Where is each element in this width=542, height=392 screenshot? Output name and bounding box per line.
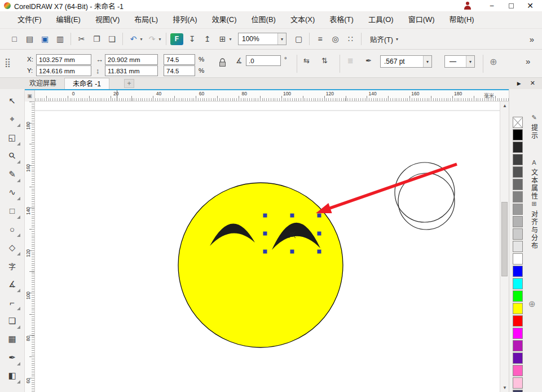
menu-item[interactable]: 位图(B) — [244, 11, 283, 28]
fullscreen-preview-icon[interactable]: ▢ — [291, 32, 306, 46]
show-rulers-icon[interactable]: ≡ — [312, 32, 328, 46]
save-icon[interactable]: ▣ — [37, 32, 52, 46]
export-icon[interactable]: ↥ — [200, 32, 215, 46]
menu-item[interactable]: 文本(X) — [283, 11, 322, 28]
toolbar-overflow-icon[interactable]: » — [530, 34, 542, 44]
new-document-icon[interactable]: □ — [7, 32, 22, 46]
vertical-scrollbar[interactable]: ▲ ▼ — [500, 102, 509, 392]
color-swatch[interactable] — [513, 129, 523, 140]
menu-item[interactable]: 编辑(E) — [49, 11, 88, 28]
scale-x-field[interactable] — [164, 54, 195, 65]
artistic-media-tool[interactable]: ∿ — [4, 184, 21, 201]
menu-item[interactable]: 窗口(W) — [401, 11, 442, 28]
add-property-icon[interactable]: ⊕ — [490, 56, 497, 67]
menu-item[interactable]: 布局(L) — [127, 11, 165, 28]
tab-welcome[interactable]: 欢迎屏幕 — [21, 78, 64, 89]
scale-y-field[interactable] — [164, 65, 195, 76]
color-swatch[interactable] — [513, 216, 523, 227]
menu-item[interactable]: 帮助(H) — [442, 11, 482, 28]
color-swatch[interactable] — [513, 191, 523, 202]
dock-tab-align-distribute[interactable]: ⊞ 对齐与分布 — [530, 200, 539, 250]
color-swatch[interactable] — [513, 204, 523, 215]
redo-dropdown-icon[interactable]: ▾ — [157, 32, 163, 46]
color-swatch[interactable] — [513, 290, 523, 302]
outline-width-select[interactable]: .567 pt ▾ — [380, 55, 432, 68]
close-document-icon[interactable]: ✕ — [530, 80, 535, 87]
scroll-up-icon[interactable]: ▲ — [500, 102, 509, 110]
color-swatch[interactable] — [513, 117, 523, 128]
x-position-field[interactable] — [36, 54, 91, 65]
mirror-horizontal-icon[interactable]: ⇆ — [303, 56, 310, 65]
cut-icon[interactable]: ✂ — [74, 32, 89, 46]
maximize-button[interactable] — [503, 3, 519, 8]
undo-dropdown-icon[interactable]: ▾ — [138, 32, 144, 46]
pick-tool[interactable]: ↖ — [4, 93, 21, 109]
zoom-level-select[interactable]: 100% ▾ — [238, 33, 287, 45]
print-icon[interactable]: ▥ — [52, 32, 68, 46]
ellipse-tool[interactable]: ○ — [4, 221, 21, 237]
object-width-field[interactable] — [105, 54, 158, 65]
zoom-tool[interactable]: ⚲ — [4, 147, 21, 164]
color-swatch[interactable] — [513, 340, 523, 351]
tab-untitled-1[interactable]: 未命名 -1 — [64, 78, 109, 89]
color-eyedropper-tool[interactable]: ✒ — [4, 349, 21, 366]
drawing-canvas[interactable] — [35, 102, 500, 392]
color-swatch[interactable] — [513, 353, 523, 364]
smiley-face-circle[interactable] — [178, 183, 343, 347]
color-swatch[interactable] — [513, 179, 523, 190]
scroll-down-icon[interactable]: ▼ — [500, 384, 509, 392]
color-swatch[interactable] — [513, 228, 523, 240]
dock-tab-hints[interactable]: ✎ 提示 — [530, 114, 539, 140]
color-swatch[interactable] — [513, 266, 523, 277]
color-swatch[interactable] — [513, 142, 523, 153]
menu-item[interactable]: 排列(A) — [165, 11, 204, 28]
shape-tool[interactable]: ⌖ — [4, 111, 21, 127]
tab-scroll-icon[interactable]: ▶ — [517, 81, 521, 86]
vertical-ruler[interactable]: 1801601401201008060 — [25, 102, 35, 392]
source-circle-outlines[interactable] — [395, 162, 455, 230]
color-swatch[interactable] — [513, 154, 523, 165]
launch-app-icon[interactable]: F — [170, 33, 183, 45]
account-icon[interactable] — [464, 2, 472, 10]
dimension-tool[interactable]: ∡ — [4, 276, 21, 293]
horizontal-ruler[interactable]: ▣ 020406080100120140160180 毫米 — [25, 90, 509, 102]
menu-item[interactable]: 效果(C) — [205, 11, 244, 28]
menu-item[interactable]: 工具(O) — [361, 11, 401, 28]
app-launcher-dropdown-icon[interactable]: ▾ — [227, 32, 233, 46]
polygon-tool[interactable]: ◇ — [4, 239, 21, 256]
chevron-down-icon[interactable]: ▾ — [277, 33, 286, 45]
color-swatch[interactable] — [513, 315, 523, 327]
color-swatch[interactable] — [513, 253, 523, 265]
dock-tab-text-properties[interactable]: A 文本属性 — [530, 159, 539, 200]
nudge-grid-icon[interactable]: ⣿ — [5, 58, 11, 68]
lock-ratio-icon[interactable] — [219, 58, 226, 67]
minimize-button[interactable]: – — [484, 0, 500, 11]
scrollbar-thumb[interactable] — [501, 202, 508, 276]
rectangle-tool[interactable]: □ — [4, 202, 21, 219]
preview-icon[interactable]: ◎ — [328, 32, 343, 46]
menu-item[interactable]: 表格(T) — [322, 11, 361, 28]
color-swatch[interactable] — [513, 303, 523, 314]
color-swatch[interactable] — [513, 278, 523, 289]
mirror-vertical-icon[interactable]: ⇅ — [321, 56, 328, 65]
paste-icon[interactable]: ❑ — [104, 32, 120, 46]
text-tool[interactable]: 字 — [4, 257, 21, 274]
transparency-tool[interactable]: ▦ — [4, 331, 21, 347]
line-style-select[interactable]: — ▾ — [444, 55, 475, 68]
add-docker-icon[interactable]: ⊕ — [528, 299, 536, 309]
freehand-tool[interactable]: ✎ — [4, 166, 21, 183]
connector-tool[interactable]: ⌐ — [4, 294, 21, 311]
import-icon[interactable]: ↧ — [184, 32, 200, 46]
color-swatch[interactable] — [513, 328, 523, 339]
open-icon[interactable]: ▤ — [22, 32, 37, 46]
object-height-field[interactable] — [105, 65, 158, 76]
chevron-down-icon[interactable]: ▾ — [423, 56, 431, 67]
chevron-down-icon[interactable]: ▾ — [466, 56, 474, 67]
snap-to-dropdown[interactable]: 贴齐(T) ▾ — [364, 34, 404, 45]
color-swatch[interactable] — [513, 241, 523, 252]
new-document-tab-button[interactable]: + — [124, 79, 134, 88]
interactive-fill-tool[interactable]: ◧ — [4, 367, 21, 384]
color-swatch[interactable] — [513, 377, 523, 389]
color-swatch[interactable] — [513, 365, 523, 376]
y-position-field[interactable] — [36, 65, 91, 76]
